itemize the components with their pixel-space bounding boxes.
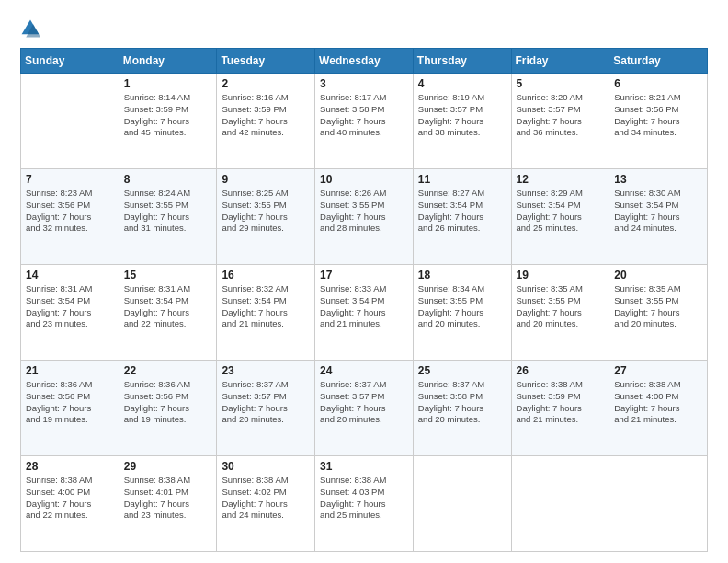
day-cell: 29Sunrise: 8:38 AM Sunset: 4:01 PM Dayli… <box>119 456 217 552</box>
day-info: Sunrise: 8:35 AM Sunset: 3:55 PM Dayligh… <box>517 283 605 330</box>
day-number: 5 <box>517 77 605 90</box>
day-cell: 30Sunrise: 8:38 AM Sunset: 4:02 PM Dayli… <box>217 456 315 552</box>
day-info: Sunrise: 8:24 AM Sunset: 3:55 PM Dayligh… <box>124 188 212 235</box>
day-number: 17 <box>320 269 408 282</box>
day-number: 23 <box>222 364 310 377</box>
day-info: Sunrise: 8:37 AM Sunset: 3:58 PM Dayligh… <box>418 379 506 426</box>
logo-icon <box>20 18 40 39</box>
day-number: 25 <box>418 364 506 377</box>
col-header-tuesday: Tuesday <box>217 49 315 74</box>
col-header-saturday: Saturday <box>609 49 708 74</box>
day-info: Sunrise: 8:38 AM Sunset: 4:03 PM Dayligh… <box>320 475 408 522</box>
day-info: Sunrise: 8:37 AM Sunset: 3:57 PM Dayligh… <box>320 379 408 426</box>
day-info: Sunrise: 8:36 AM Sunset: 3:56 PM Dayligh… <box>26 379 114 426</box>
day-number: 18 <box>418 269 506 282</box>
day-number: 15 <box>124 269 212 282</box>
day-info: Sunrise: 8:38 AM Sunset: 4:02 PM Dayligh… <box>222 475 310 522</box>
day-cell: 4Sunrise: 8:19 AM Sunset: 3:57 PM Daylig… <box>413 74 511 169</box>
day-number: 21 <box>26 364 114 377</box>
col-header-thursday: Thursday <box>413 49 511 74</box>
day-number: 27 <box>614 364 702 377</box>
day-cell: 14Sunrise: 8:31 AM Sunset: 3:54 PM Dayli… <box>21 265 119 361</box>
day-number: 9 <box>222 173 310 186</box>
day-cell: 23Sunrise: 8:37 AM Sunset: 3:57 PM Dayli… <box>217 361 315 456</box>
day-cell: 26Sunrise: 8:38 AM Sunset: 3:59 PM Dayli… <box>511 361 609 456</box>
day-cell: 20Sunrise: 8:35 AM Sunset: 3:55 PM Dayli… <box>609 265 708 361</box>
day-info: Sunrise: 8:14 AM Sunset: 3:59 PM Dayligh… <box>124 92 212 139</box>
day-info: Sunrise: 8:25 AM Sunset: 3:55 PM Dayligh… <box>222 188 310 235</box>
day-cell: 6Sunrise: 8:21 AM Sunset: 3:56 PM Daylig… <box>609 74 708 169</box>
day-cell: 9Sunrise: 8:25 AM Sunset: 3:55 PM Daylig… <box>217 169 315 265</box>
day-cell: 5Sunrise: 8:20 AM Sunset: 3:57 PM Daylig… <box>511 74 609 169</box>
day-number: 16 <box>222 269 310 282</box>
week-row-1: 1Sunrise: 8:14 AM Sunset: 3:59 PM Daylig… <box>21 74 708 169</box>
day-info: Sunrise: 8:27 AM Sunset: 3:54 PM Dayligh… <box>418 188 506 235</box>
day-info: Sunrise: 8:34 AM Sunset: 3:55 PM Dayligh… <box>418 283 506 330</box>
day-number: 30 <box>222 460 310 473</box>
day-cell: 3Sunrise: 8:17 AM Sunset: 3:58 PM Daylig… <box>315 74 414 169</box>
day-info: Sunrise: 8:36 AM Sunset: 3:56 PM Dayligh… <box>124 379 212 426</box>
day-number: 12 <box>517 173 605 186</box>
day-info: Sunrise: 8:31 AM Sunset: 3:54 PM Dayligh… <box>26 283 114 330</box>
day-cell: 27Sunrise: 8:38 AM Sunset: 4:00 PM Dayli… <box>609 361 708 456</box>
day-cell: 13Sunrise: 8:30 AM Sunset: 3:54 PM Dayli… <box>609 169 708 265</box>
day-info: Sunrise: 8:31 AM Sunset: 3:54 PM Dayligh… <box>124 283 212 330</box>
day-number: 26 <box>517 364 605 377</box>
day-info: Sunrise: 8:30 AM Sunset: 3:54 PM Dayligh… <box>614 188 702 235</box>
day-info: Sunrise: 8:38 AM Sunset: 4:01 PM Dayligh… <box>124 475 212 522</box>
day-info: Sunrise: 8:21 AM Sunset: 3:56 PM Dayligh… <box>614 92 702 139</box>
day-info: Sunrise: 8:19 AM Sunset: 3:57 PM Dayligh… <box>418 92 506 139</box>
day-cell: 24Sunrise: 8:37 AM Sunset: 3:57 PM Dayli… <box>315 361 414 456</box>
day-cell: 1Sunrise: 8:14 AM Sunset: 3:59 PM Daylig… <box>119 74 217 169</box>
day-cell <box>511 456 609 552</box>
day-cell: 31Sunrise: 8:38 AM Sunset: 4:03 PM Dayli… <box>315 456 414 552</box>
day-number: 4 <box>418 77 506 90</box>
day-number: 3 <box>320 77 408 90</box>
day-cell: 16Sunrise: 8:32 AM Sunset: 3:54 PM Dayli… <box>217 265 315 361</box>
day-info: Sunrise: 8:20 AM Sunset: 3:57 PM Dayligh… <box>517 92 605 139</box>
day-cell: 21Sunrise: 8:36 AM Sunset: 3:56 PM Dayli… <box>21 361 119 456</box>
day-info: Sunrise: 8:37 AM Sunset: 3:57 PM Dayligh… <box>222 379 310 426</box>
week-row-2: 7Sunrise: 8:23 AM Sunset: 3:56 PM Daylig… <box>21 169 708 265</box>
day-number: 8 <box>124 173 212 186</box>
day-cell: 28Sunrise: 8:38 AM Sunset: 4:00 PM Dayli… <box>21 456 119 552</box>
calendar-header-row: SundayMondayTuesdayWednesdayThursdayFrid… <box>21 49 708 74</box>
day-cell: 25Sunrise: 8:37 AM Sunset: 3:58 PM Dayli… <box>413 361 511 456</box>
col-header-sunday: Sunday <box>21 49 119 74</box>
day-cell: 19Sunrise: 8:35 AM Sunset: 3:55 PM Dayli… <box>511 265 609 361</box>
day-info: Sunrise: 8:32 AM Sunset: 3:54 PM Dayligh… <box>222 283 310 330</box>
day-number: 19 <box>517 269 605 282</box>
day-cell <box>21 74 119 169</box>
day-number: 11 <box>418 173 506 186</box>
day-number: 24 <box>320 364 408 377</box>
day-number: 6 <box>614 77 702 90</box>
day-cell: 15Sunrise: 8:31 AM Sunset: 3:54 PM Dayli… <box>119 265 217 361</box>
week-row-4: 21Sunrise: 8:36 AM Sunset: 3:56 PM Dayli… <box>21 361 708 456</box>
day-number: 1 <box>124 77 212 90</box>
col-header-monday: Monday <box>119 49 217 74</box>
header <box>20 17 708 39</box>
day-info: Sunrise: 8:33 AM Sunset: 3:54 PM Dayligh… <box>320 283 408 330</box>
day-number: 28 <box>26 460 114 473</box>
day-cell: 17Sunrise: 8:33 AM Sunset: 3:54 PM Dayli… <box>315 265 414 361</box>
day-cell: 10Sunrise: 8:26 AM Sunset: 3:55 PM Dayli… <box>315 169 414 265</box>
day-cell: 22Sunrise: 8:36 AM Sunset: 3:56 PM Dayli… <box>119 361 217 456</box>
day-info: Sunrise: 8:16 AM Sunset: 3:59 PM Dayligh… <box>222 92 310 139</box>
day-cell <box>413 456 511 552</box>
day-cell <box>609 456 708 552</box>
day-info: Sunrise: 8:38 AM Sunset: 4:00 PM Dayligh… <box>26 475 114 522</box>
day-number: 13 <box>614 173 702 186</box>
day-number: 2 <box>222 77 310 90</box>
day-info: Sunrise: 8:38 AM Sunset: 4:00 PM Dayligh… <box>614 379 702 426</box>
calendar: SundayMondayTuesdayWednesdayThursdayFrid… <box>20 48 708 552</box>
day-number: 14 <box>26 269 114 282</box>
day-info: Sunrise: 8:26 AM Sunset: 3:55 PM Dayligh… <box>320 188 408 235</box>
day-info: Sunrise: 8:23 AM Sunset: 3:56 PM Dayligh… <box>26 188 114 235</box>
day-number: 29 <box>124 460 212 473</box>
day-info: Sunrise: 8:38 AM Sunset: 3:59 PM Dayligh… <box>517 379 605 426</box>
col-header-wednesday: Wednesday <box>315 49 414 74</box>
day-number: 20 <box>614 269 702 282</box>
day-number: 22 <box>124 364 212 377</box>
day-info: Sunrise: 8:29 AM Sunset: 3:54 PM Dayligh… <box>517 188 605 235</box>
day-number: 7 <box>26 173 114 186</box>
